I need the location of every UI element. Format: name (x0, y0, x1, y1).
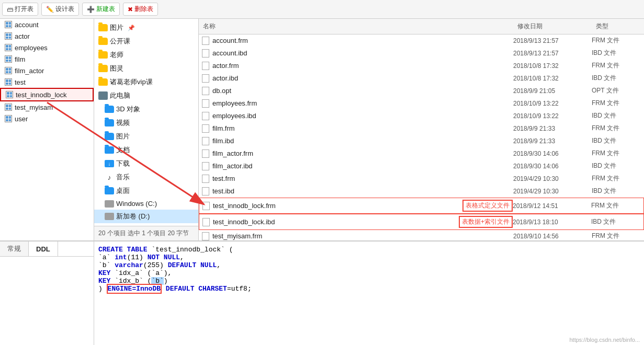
folder-icon (98, 65, 108, 72)
file-doc-icon (202, 137, 209, 145)
code-line-1: CREATE TABLE `test_innodb_lock` ( (98, 246, 640, 254)
file-tree-item-teacher[interactable]: 老师 (94, 48, 198, 62)
file-name-label: employees.ibd (212, 112, 513, 120)
annotation-label: 表数据+索引文件 (459, 216, 513, 228)
db-sidebar: account actor employees film film_actor … (0, 19, 94, 240)
file-tree-item-vip[interactable]: 诸葛老师vip课 (94, 75, 198, 89)
file-tree-item-3d[interactable]: 3D 对象 (94, 102, 198, 116)
file-tree-item-pictures[interactable]: 图片 📌 (94, 21, 198, 34)
file-list-row[interactable]: test_innodb_lock.ibd表数据+索引文件2018/9/13 18… (199, 214, 644, 230)
delete-table-button[interactable]: ✖ 删除表 (123, 3, 158, 16)
file-name-label: employees.frm (212, 99, 513, 107)
file-date-label: 2019/4/29 10:30 (513, 175, 592, 182)
file-list-row[interactable]: account.frm2018/9/13 21:57FRM 文件 (199, 34, 644, 47)
sidebar-item-film-actor[interactable]: film_actor (0, 65, 94, 76)
folder-label: 视频 (116, 118, 130, 128)
file-tree-item-pic[interactable]: 图片 (94, 130, 198, 143)
file-tree-item-d-drive[interactable]: 新加卷 (D:) (94, 210, 198, 223)
file-doc-icon (202, 187, 209, 196)
folder-icon (105, 119, 114, 126)
file-list-header: 名称 修改日期 类型 (199, 19, 644, 34)
bottom-panel: 常规 DDL CREATE TABLE `test_innodb_lock` (… (0, 240, 644, 345)
sidebar-label: test_myisam (15, 104, 53, 111)
code-line-3: `b` varchar(255) DEFAULT NULL, (98, 261, 640, 269)
col-name: 名称 (199, 21, 513, 32)
sidebar-label: test (15, 78, 26, 86)
file-doc-icon (202, 62, 209, 70)
hdd-d-icon (105, 213, 114, 220)
file-name-label: account.ibd (212, 49, 513, 57)
file-list-row[interactable]: test.frm2019/4/29 10:30FRM 文件 (199, 172, 644, 185)
folder-label: 音乐 (116, 172, 130, 182)
sidebar-item-account[interactable]: account (0, 19, 94, 30)
sidebar-label: film (15, 55, 25, 63)
file-tree-item-docs[interactable]: 文档 (94, 143, 198, 157)
file-type-label: FRM 文件 (592, 149, 644, 158)
file-list-row[interactable]: actor.ibd2018/10/8 17:32IBD 文件 (199, 72, 644, 85)
folder-label: 图灵 (110, 64, 123, 73)
folder-label: 图片 (116, 132, 130, 141)
design-table-button[interactable]: ✏️ 设计表 (41, 3, 79, 16)
folder-icon (105, 133, 114, 140)
open-table-button[interactable]: 🗃 打开表 (2, 3, 38, 16)
file-list-row[interactable]: test_myisam.frm2018/9/10 14:56FRM 文件 (199, 230, 644, 240)
file-list-panel: 名称 修改日期 类型 account.frm2018/9/13 21:57FRM… (199, 19, 644, 240)
watermark: https://blog.csdn.net/binfo... (569, 337, 640, 343)
file-tree-item-downloads[interactable]: ↓ 下载 (94, 157, 198, 170)
sidebar-label: account (15, 21, 39, 29)
file-list-row[interactable]: film.ibd2018/9/9 21:33IBD 文件 (199, 135, 644, 147)
folder-icon (105, 146, 114, 154)
file-tree-item-public[interactable]: 公开课 (94, 34, 198, 48)
file-status-bar: 20 个项目 选中 1 个项目 20 字节 (94, 226, 198, 240)
file-name-label: account.frm (212, 37, 513, 44)
file-list-row[interactable]: test_innodb_lock.frm表格式定义文件2018/9/12 14:… (199, 198, 644, 214)
file-doc-icon (202, 124, 209, 133)
sidebar-item-user[interactable]: user (0, 113, 94, 124)
file-tree-item-desktop[interactable]: 桌面 (94, 184, 198, 198)
file-list-row[interactable]: film_actor.frm2018/9/30 14:06FRM 文件 (199, 147, 644, 160)
sidebar-item-test-innodb-lock[interactable]: test_innodb_lock (0, 88, 94, 101)
file-tree-item-music[interactable]: ♪ 音乐 (94, 170, 198, 184)
sidebar-item-actor[interactable]: actor (0, 30, 94, 42)
file-tree-item-tuling[interactable]: 图灵 (94, 62, 198, 75)
music-icon: ♪ (105, 174, 114, 181)
annotation-label: 表格式定义文件 (462, 200, 513, 212)
new-icon: ➕ (87, 6, 95, 13)
file-type-label: FRM 文件 (592, 174, 644, 183)
folder-label: 新加卷 (D:) (116, 212, 150, 221)
file-list-row[interactable]: employees.ibd2018/10/9 13:22IBD 文件 (199, 110, 644, 122)
file-date-label: 2019/4/29 10:30 (513, 188, 592, 195)
file-name-label: test_innodb_lock.frm (213, 202, 462, 210)
file-list-row[interactable]: test.ibd2019/4/29 10:30IBD 文件 (199, 185, 644, 198)
sidebar-item-film[interactable]: film (0, 53, 94, 65)
file-type-label: FRM 文件 (591, 201, 643, 210)
file-tree-item-win-c[interactable]: Windows (C:) (94, 198, 198, 210)
file-list-row[interactable]: db.opt2018/9/9 21:05OPT 文件 (199, 85, 644, 97)
file-date-label: 2018/10/9 13:22 (513, 112, 592, 120)
file-list-row[interactable]: film.frm2018/9/9 21:33FRM 文件 (199, 122, 644, 135)
code-line-5: KEY `idx_b` (`b`) (98, 277, 640, 285)
tab-ddl[interactable]: DDL (29, 242, 58, 256)
file-list-row[interactable]: actor.frm2018/10/8 17:32FRM 文件 (199, 60, 644, 72)
file-list: account.frm2018/9/13 21:57FRM 文件account.… (199, 34, 644, 240)
file-name-label: test.ibd (212, 187, 513, 195)
new-table-button[interactable]: ➕ 新建表 (82, 3, 120, 16)
sidebar-label: test_innodb_lock (16, 91, 67, 99)
file-doc-icon (202, 49, 209, 58)
code-line-6: ) ENGINE=InnoDB DEFAULT CHARSET=utf8; (98, 285, 640, 293)
code-line-4: KEY `idx_a` (`a`), (98, 269, 640, 277)
file-list-row[interactable]: employees.frm2018/10/9 13:22FRM 文件 (199, 97, 644, 110)
table-icon (4, 114, 13, 123)
sidebar-item-test[interactable]: test (0, 76, 94, 88)
sidebar-item-employees[interactable]: employees (0, 42, 94, 53)
file-tree-item-video[interactable]: 视频 (94, 116, 198, 130)
tab-buttons: 常规 DDL (0, 242, 94, 257)
table-icon (4, 20, 13, 29)
tab-general[interactable]: 常规 (0, 242, 29, 256)
code-line-2: `a` int(11) NOT NULL, (98, 254, 640, 261)
file-list-row[interactable]: film_actor.ibd2018/9/30 14:06IBD 文件 (199, 160, 644, 172)
sidebar-item-test-myisam[interactable]: test_myisam (0, 101, 94, 113)
file-doc-icon (202, 37, 209, 45)
file-list-row[interactable]: account.ibd2018/9/13 21:57IBD 文件 (199, 47, 644, 60)
file-tree-item-this-pc[interactable]: 此电脑 (94, 89, 198, 102)
